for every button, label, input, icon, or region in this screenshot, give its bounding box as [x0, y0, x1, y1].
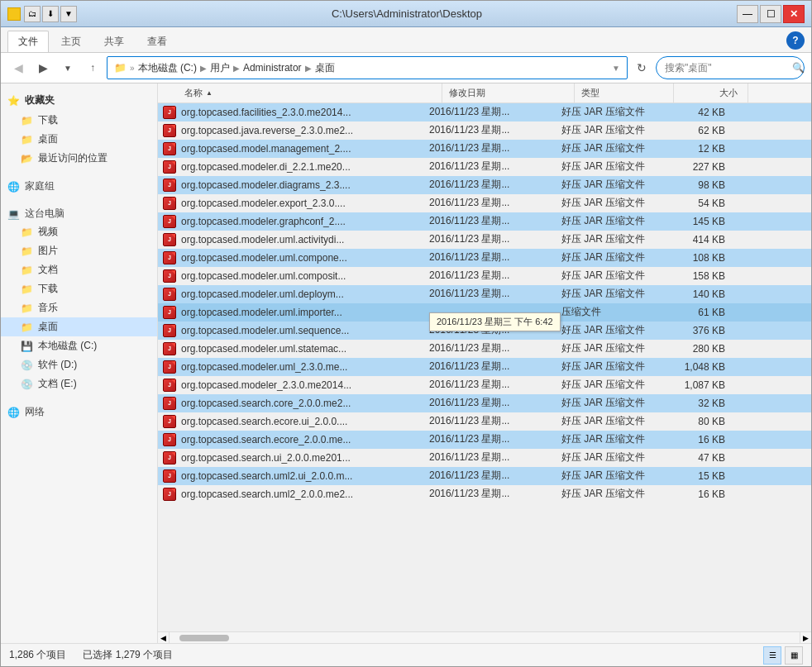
sidebar-item-recent[interactable]: 📂 最近访问的位置	[1, 149, 157, 168]
view-details-button[interactable]: ☰	[763, 646, 781, 665]
sidebar-item-videos[interactable]: 📁 视频	[1, 222, 157, 241]
h-scroll-thumb[interactable]	[179, 635, 229, 641]
file-list-area: 名称 ▲ 修改日期 类型 大小 Jorg.topcased.facilities…	[158, 83, 811, 643]
file-date: 2016/11/23 星期...	[429, 360, 561, 374]
tab-view[interactable]: 查看	[136, 31, 178, 52]
file-size: 16 KB	[661, 488, 735, 500]
tab-file[interactable]: 文件	[7, 31, 49, 52]
help-button[interactable]: ?	[786, 31, 805, 50]
search-box[interactable]: 🔍	[656, 56, 805, 79]
table-row[interactable]: Jorg.topcased.search.ecore.ui_2.0.0....2…	[158, 412, 811, 431]
table-row[interactable]: Jorg.topcased.modeler.diagrams_2.3....20…	[158, 176, 811, 194]
table-row[interactable]: Jorg.topcased.modeler.uml.composit...201…	[158, 267, 811, 285]
homegroup-header[interactable]: 🌐 家庭组	[1, 174, 157, 195]
col-header-size[interactable]: 大小	[674, 83, 748, 102]
file-name: org.topcased.modeler.uml.deploym...	[181, 288, 429, 300]
table-row[interactable]: Jorg.topcased.search.ecore_2.0.0.me...20…	[158, 431, 811, 449]
address-path[interactable]: 📁 » 本地磁盘 (C:) ▶ 用户 ▶ Administrator ▶ 桌面 …	[107, 56, 628, 79]
tab-home[interactable]: 主页	[50, 31, 92, 52]
sidebar-item-downloads[interactable]: 📁 下载	[1, 279, 157, 298]
label-desktop2: 桌面	[38, 320, 58, 334]
status-info: 1,286 个项目 已选择 1,279 个项目	[9, 648, 173, 662]
favorites-header[interactable]: ⭐ 收藏夹	[1, 90, 157, 111]
table-row[interactable]: Jorg.topcased.search.ui_2.0.0.me201...20…	[158, 449, 811, 467]
file-date: 2016/11/23 星期...	[429, 269, 561, 283]
file-icon: J	[161, 250, 178, 266]
sidebar-item-pictures[interactable]: 📁 图片	[1, 241, 157, 260]
table-row[interactable]: Jorg.topcased.facilities_2.3.0.me2014...…	[158, 103, 811, 121]
table-row[interactable]: Jorg.topcased.modeler.uml.statemac...201…	[158, 340, 811, 358]
scroll-right-btn[interactable]: ▶	[800, 632, 811, 644]
thispc-section: 💻 这台电脑 📁 视频 📁 图片 📁 文档 📁 下载	[1, 202, 157, 393]
scroll-left-btn[interactable]: ◀	[158, 632, 170, 644]
sidebar-item-desktop2[interactable]: 📁 桌面	[1, 317, 157, 336]
file-size: 32 KB	[661, 398, 735, 409]
label-downloads: 下载	[38, 282, 58, 296]
file-name: org.topcased.search.uml2_2.0.0.me2...	[181, 488, 429, 500]
path-desktop: 桌面	[315, 61, 335, 75]
file-type: 好压 JAR 压缩文件	[561, 341, 661, 355]
drive-icon: 💿	[21, 379, 33, 390]
table-row[interactable]: Jorg.topcased.modeler.uml.compone...2016…	[158, 249, 811, 267]
table-row[interactable]: Jorg.topcased.modeler.uml.sequence...201…	[158, 322, 811, 340]
file-size: 158 KB	[661, 270, 735, 282]
sidebar-item-documents[interactable]: 📁 文档	[1, 260, 157, 279]
sidebar-label-download: 下载	[38, 113, 58, 127]
title-bar-icons: 🗂 ⬇ ▼	[24, 6, 77, 22]
table-row[interactable]: Jorg.topcased.search.core_2.0.0.me2...20…	[158, 394, 811, 412]
file-name: org.topcased.java.reverse_2.3.0.me2...	[181, 125, 429, 136]
dropdown-button[interactable]: ▼	[57, 57, 79, 79]
tab-share[interactable]: 共享	[93, 31, 135, 52]
sidebar-item-drive-c[interactable]: 💾 本地磁盘 (C:)	[1, 336, 157, 355]
minimize-button[interactable]: —	[737, 5, 758, 23]
table-row[interactable]: Jorg.topcased.modeler.uml_2.3.0.me...201…	[158, 358, 811, 376]
horizontal-scrollbar[interactable]: ◀ ▶	[158, 631, 811, 643]
table-row[interactable]: Jorg.topcased.modeler.uml.importer...201…	[158, 303, 811, 322]
table-row[interactable]: Jorg.topcased.search.uml2_2.0.0.me2...20…	[158, 485, 811, 503]
table-row[interactable]: Jorg.topcased.modeler.graphconf_2....201…	[158, 212, 811, 231]
homegroup-section: 🌐 家庭组	[1, 174, 157, 195]
file-type: 好压 JAR 压缩文件	[561, 160, 661, 174]
sidebar-item-download[interactable]: 📁 下载	[1, 111, 157, 130]
sidebar-item-drive-e[interactable]: 💿 文档 (E:)	[1, 374, 157, 393]
table-row[interactable]: Jorg.topcased.modeler.uml.activitydi...2…	[158, 231, 811, 249]
search-input[interactable]	[665, 62, 789, 74]
file-type: 压缩文件	[561, 305, 661, 319]
refresh-button[interactable]: ↻	[631, 57, 652, 79]
sidebar-item-desktop[interactable]: 📁 桌面	[1, 130, 157, 149]
file-icon: J	[161, 231, 178, 248]
table-row[interactable]: Jorg.topcased.search.uml2.ui_2.0.0.m...2…	[158, 467, 811, 485]
toolbar-icon-1[interactable]: 🗂	[24, 6, 41, 22]
network-header[interactable]: 🌐 网络	[1, 400, 157, 421]
table-row[interactable]: Jorg.topcased.modeler.di_2.2.1.me20...20…	[158, 158, 811, 176]
computer-icon: 💻	[7, 208, 20, 220]
file-icon: J	[161, 213, 178, 230]
table-row[interactable]: Jorg.topcased.model.management_2....2016…	[158, 140, 811, 158]
path-dropdown-arrow[interactable]: ▼	[612, 64, 620, 73]
toolbar-icon-2[interactable]: ⬇	[42, 6, 59, 22]
folder-icon: 📁	[21, 245, 33, 257]
thispc-header[interactable]: 💻 这台电脑	[1, 202, 157, 222]
maximize-button[interactable]: ☐	[760, 5, 781, 23]
view-tiles-button[interactable]: ▦	[785, 646, 803, 665]
back-button[interactable]: ◀	[7, 57, 29, 79]
close-button[interactable]: ✕	[783, 5, 805, 23]
table-row[interactable]: Jorg.topcased.modeler.export_2.3.0....20…	[158, 194, 811, 212]
table-row[interactable]: Jorg.topcased.modeler.uml.deploym...2016…	[158, 285, 811, 303]
col-header-type[interactable]: 类型	[575, 83, 674, 102]
file-name: org.topcased.facilities_2.3.0.me2014...	[181, 107, 429, 118]
sidebar-item-drive-d[interactable]: 💿 软件 (D:)	[1, 355, 157, 374]
toolbar-icon-3[interactable]: ▼	[60, 6, 77, 22]
col-header-date[interactable]: 修改日期	[442, 83, 575, 102]
file-icon: J	[161, 359, 178, 375]
file-icon: J	[161, 104, 178, 121]
up-button[interactable]: ↑	[82, 57, 103, 79]
file-type: 好压 JAR 压缩文件	[561, 487, 661, 501]
col-header-name[interactable]: 名称 ▲	[178, 83, 442, 102]
star-icon: ⭐	[7, 95, 20, 107]
forward-button[interactable]: ▶	[32, 57, 54, 79]
sidebar-item-music[interactable]: 📁 音乐	[1, 298, 157, 317]
table-row[interactable]: Jorg.topcased.modeler_2.3.0.me2014...201…	[158, 376, 811, 394]
network-icon: 🌐	[7, 407, 20, 418]
table-row[interactable]: Jorg.topcased.java.reverse_2.3.0.me2...2…	[158, 121, 811, 140]
